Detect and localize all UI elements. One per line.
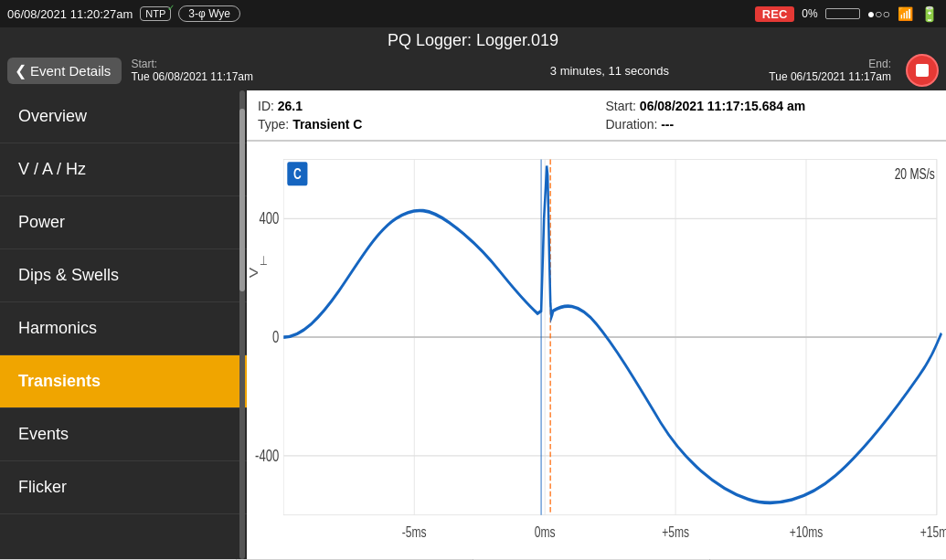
back-chevron-icon: ❮: [15, 62, 27, 79]
phase-badge: 3-φ Wye: [178, 5, 240, 22]
sidebar-item-events[interactable]: Events: [0, 408, 247, 461]
svg-text:-400: -400: [255, 445, 279, 464]
rec-badge: REC: [755, 6, 794, 22]
back-label: Event Details: [30, 63, 111, 79]
event-info: ID: 26.1 Start: 06/08/2021 11:17:15.684 …: [247, 90, 946, 142]
start-field-value: 06/08/2021 11:17:15.684 am: [640, 99, 805, 113]
app-title: PQ Logger: Logger.019: [388, 31, 558, 50]
status-bar: 06/08/2021 11:20:27am NTP 3-φ Wye REC 0%…: [0, 0, 946, 27]
header-end: End: Tue 06/15/2021 11:17am: [769, 58, 898, 83]
svg-text:20 MS/s: 20 MS/s: [895, 164, 935, 183]
scrollbar-thumb: [239, 109, 245, 291]
type-label: Type:: [258, 117, 292, 132]
svg-text:400: 400: [259, 208, 279, 227]
header-row: ❮ Event Details Start: Tue 06/08/2021 11…: [0, 50, 946, 90]
sidebar-item-power[interactable]: Power: [0, 196, 247, 249]
header-duration: 3 minutes, 11 seconds: [450, 64, 769, 78]
wifi-icon: 📶: [898, 6, 913, 21]
chart-svg: 400 0 -400 V ⊥ -5ms 0ms +5ms +10ms +15ms: [247, 146, 946, 555]
content-area: ID: 26.1 Start: 06/08/2021 11:17:15.684 …: [247, 90, 946, 559]
end-value: Tue 06/15/2021 11:17am: [769, 70, 891, 83]
battery-percent: 0%: [802, 7, 817, 20]
svg-text:+15ms: +15ms: [920, 523, 946, 541]
header-meta: Start: Tue 06/08/2021 11:17am: [122, 58, 450, 83]
main-layout: OverviewV / A / HzPowerDips & SwellsHarm…: [0, 90, 946, 559]
svg-text:-5ms: -5ms: [402, 523, 427, 541]
sidebar: OverviewV / A / HzPowerDips & SwellsHarm…: [0, 90, 247, 559]
sidebar-item-transients[interactable]: Transients: [0, 355, 247, 408]
svg-text:V: V: [248, 268, 260, 279]
duration-field: Duration: ---: [606, 116, 936, 132]
svg-text:⊥: ⊥: [260, 253, 267, 268]
type-field: Type: Transient C: [258, 116, 588, 132]
id-field: ID: 26.1: [258, 98, 588, 114]
svg-text:0: 0: [272, 326, 279, 345]
svg-text:+5ms: +5ms: [662, 523, 689, 541]
sidebar-item-overview[interactable]: Overview: [0, 90, 247, 143]
chart-area: 400 0 -400 V ⊥ -5ms 0ms +5ms +10ms +15ms: [247, 142, 946, 559]
sidebar-item-dips-swells[interactable]: Dips & Swells: [0, 249, 247, 302]
duration-value: ---: [661, 117, 674, 132]
start-label: Start:: [131, 58, 157, 70]
sidebar-item-harmonics[interactable]: Harmonics: [0, 302, 247, 355]
stop-icon: [916, 64, 929, 77]
id-value: 26.1: [278, 99, 303, 113]
back-button[interactable]: ❮ Event Details: [7, 58, 122, 84]
id-label: ID:: [258, 99, 278, 113]
type-value: Transient C: [292, 117, 362, 132]
ntp-badge: NTP: [140, 6, 171, 21]
stop-button[interactable]: [906, 54, 939, 87]
start-value: Tue 06/08/2021 11:17am: [131, 70, 253, 83]
signal-icon: ●○○: [867, 6, 890, 21]
scrollbar[interactable]: [239, 90, 245, 559]
svg-text:+10ms: +10ms: [790, 523, 824, 541]
datetime: 06/08/2021 11:20:27am: [7, 7, 133, 21]
duration-label: Duration:: [606, 117, 662, 132]
svg-text:C: C: [293, 164, 302, 183]
svg-text:0ms: 0ms: [535, 523, 556, 541]
sidebar-item-v-a-hz[interactable]: V / A / Hz: [0, 143, 247, 196]
title-bar: PQ Logger: Logger.019 ❮ Event Details St…: [0, 27, 946, 90]
battery-icon: 🔋: [920, 5, 939, 23]
start-field-label: Start:: [606, 99, 640, 113]
sidebar-item-flicker[interactable]: Flicker: [0, 461, 247, 514]
start-field: Start: 06/08/2021 11:17:15.684 am: [606, 98, 936, 114]
end-label: End:: [868, 58, 891, 70]
battery-bar: [825, 8, 860, 19]
